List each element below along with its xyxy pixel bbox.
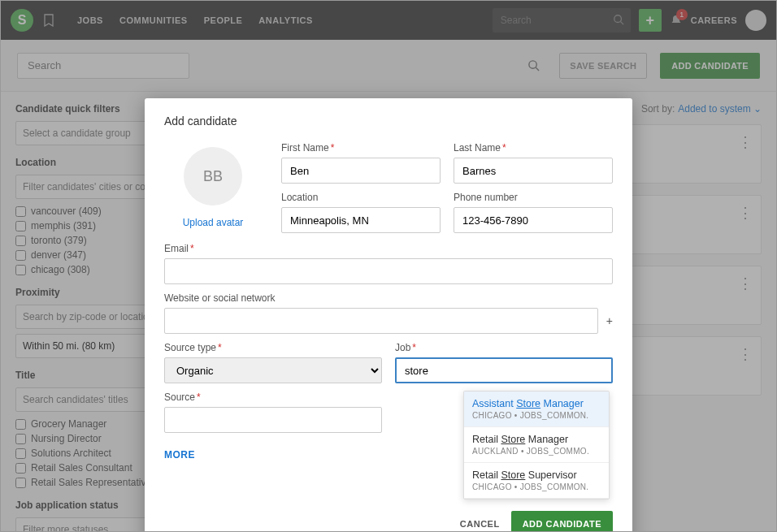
upload-avatar-link[interactable]: Upload avatar [183, 217, 244, 228]
job-dropdown-item[interactable]: Retail Store ManagerAUCKLAND • JOBS_COMM… [464, 427, 609, 463]
phone-input[interactable] [454, 207, 613, 233]
source-type-select[interactable]: Organic [164, 357, 382, 383]
first-name-label: First Name* [281, 142, 441, 154]
modal-overlay: Add candidate BB Upload avatar First Nam… [1, 1, 776, 531]
add-candidate-submit[interactable]: ADD CANDIDATE [511, 511, 613, 532]
job-dropdown-item[interactable]: Retail Store SupervisorCHICAGO • JOBS_CO… [464, 463, 609, 499]
candidate-avatar: BB [184, 147, 242, 205]
job-dropdown: Assistant Store ManagerCHICAGO • JOBS_CO… [463, 391, 610, 500]
add-website-button[interactable]: + [606, 314, 613, 334]
location-field-label: Location [281, 192, 441, 203]
last-name-input[interactable] [454, 158, 613, 184]
email-label: Email* [164, 243, 613, 254]
last-name-label: Last Name* [454, 142, 613, 154]
modal-title: Add candidate [164, 115, 613, 128]
cancel-button[interactable]: CANCEL [460, 519, 500, 529]
add-candidate-modal: Add candidate BB Upload avatar First Nam… [145, 98, 632, 532]
job-dropdown-item[interactable]: Assistant Store ManagerCHICAGO • JOBS_CO… [464, 391, 609, 427]
source-input[interactable] [164, 407, 382, 433]
job-input[interactable] [395, 357, 613, 383]
source-label: Source* [164, 391, 382, 403]
location-input[interactable] [281, 207, 441, 233]
email-input[interactable] [164, 258, 613, 284]
website-input[interactable] [164, 308, 598, 334]
phone-label: Phone number [454, 192, 613, 203]
first-name-input[interactable] [281, 158, 441, 184]
website-label: Website or social network [164, 292, 598, 304]
source-type-label: Source type* [164, 342, 382, 353]
job-label: Job* [395, 342, 613, 353]
